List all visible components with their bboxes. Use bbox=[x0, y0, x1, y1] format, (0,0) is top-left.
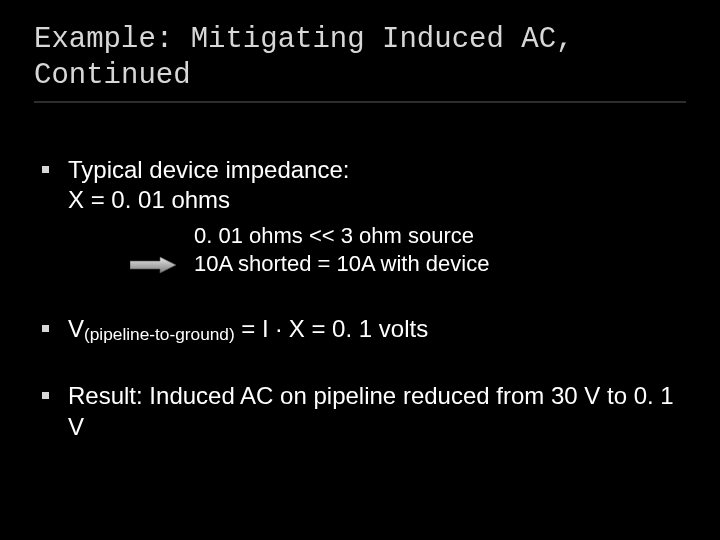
bullet-1-sub-1: 0. 01 ohms << 3 ohm source bbox=[194, 222, 686, 250]
bullet-1-sub-2: 10A shorted = 10A with device bbox=[194, 250, 686, 278]
bullet-1-line-2: X = 0. 01 ohms bbox=[68, 186, 230, 213]
title-divider bbox=[34, 101, 686, 103]
bullet-item-1: Typical device impedance: X = 0. 01 ohms bbox=[34, 155, 686, 279]
bullet-2-var: V bbox=[68, 315, 84, 342]
arrow-icon bbox=[130, 256, 176, 274]
bullet-1-line-1: Typical device impedance: bbox=[68, 156, 349, 183]
slide-body: Typical device impedance: X = 0. 01 ohms bbox=[34, 155, 686, 443]
bullet-3-text: Result: Induced AC on pipeline reduced f… bbox=[68, 382, 674, 440]
bullet-2-rest: = I · X = 0. 1 volts bbox=[235, 315, 428, 342]
bullet-2-subscript: (pipeline-to-ground) bbox=[84, 324, 235, 344]
bullet-1-sub-block: 0. 01 ohms << 3 ohm source 10A shorted =… bbox=[68, 222, 686, 278]
bullet-item-3: Result: Induced AC on pipeline reduced f… bbox=[34, 381, 686, 442]
bullet-item-2: V(pipeline-to-ground) = I · X = 0. 1 vol… bbox=[34, 314, 686, 345]
slide: Example: Mitigating Induced AC, Continue… bbox=[0, 0, 720, 540]
svg-marker-0 bbox=[130, 257, 176, 273]
slide-title: Example: Mitigating Induced AC, Continue… bbox=[34, 22, 686, 95]
bullet-list: Typical device impedance: X = 0. 01 ohms bbox=[34, 155, 686, 443]
